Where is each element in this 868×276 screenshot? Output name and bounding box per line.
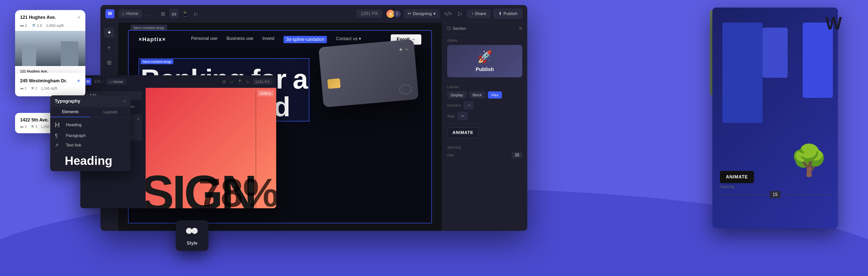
mobile-bed-3: 🛏 3 (20, 125, 27, 129)
gallery-label: Gallery (258, 90, 274, 96)
right-panel-header: ☐ Section ⚙ (442, 23, 527, 35)
desktop-view-button[interactable]: ⊞ (158, 9, 167, 18)
deco-block-1 (722, 23, 763, 123)
sidebar-pointer-tool[interactable]: ✦ (104, 28, 114, 38)
text-link-label: Text link (66, 143, 81, 148)
mobile-plus-icon[interactable]: + (77, 77, 80, 84)
mobile-bed-1: 🛏 2 (20, 23, 27, 28)
mobile-address-1: 121 Hughes Ave. (20, 15, 56, 20)
percent-display: 78% (198, 170, 276, 208)
animate-button[interactable]: ANIMATE (447, 128, 478, 138)
nav-links: Personal use Business use Invest 3d-spli… (191, 36, 361, 43)
second-home-button[interactable]: ⌂ Home (106, 78, 126, 85)
card-bottom (329, 84, 412, 101)
play-button[interactable]: ▷ (457, 9, 464, 19)
rocket-icon: 🚀 (477, 50, 492, 64)
avatar-group: A 2 (386, 9, 401, 18)
layout-section: Layout Display Block Flex Direction → Al… (442, 81, 527, 124)
second-desktop-view[interactable]: ⊞ (221, 78, 227, 85)
tab-elements[interactable]: Elements (50, 107, 90, 117)
mobile-bath-3: 🚿 3 (30, 125, 37, 129)
second-dots: EN ↓ (94, 79, 103, 84)
home-button[interactable]: ⌂ Home (119, 9, 142, 18)
share-button[interactable]: ↑ Share (467, 9, 491, 18)
align-controls: Align ↔ (447, 112, 522, 120)
direction-label: Direction (447, 103, 461, 107)
display-button[interactable]: Display (447, 91, 466, 99)
tab-layouts[interactable]: Layouts (90, 107, 130, 117)
block-button[interactable]: Block (469, 91, 485, 99)
spacing-indicator: Spacing 15 (720, 184, 830, 198)
upload-icon: ⬆ (498, 11, 502, 16)
code-button[interactable]: </> (443, 9, 454, 19)
heading-icon: H (55, 121, 62, 129)
svg-point-1 (186, 228, 192, 234)
styles-label: Styles (447, 38, 522, 42)
deco-spacing-value: 15 (770, 191, 781, 198)
mobile-bath-1: 🚿 1.5 (31, 23, 42, 28)
spacing-value: 15 (512, 152, 522, 158)
typography-tabs: Elements Layouts (50, 107, 130, 117)
direction-arrow-button[interactable]: → (464, 101, 474, 109)
typography-row-link: ↗ Text link (55, 142, 126, 148)
nav-contact[interactable]: Contact us ▾ (336, 36, 361, 43)
right-deco-inner: 🌳 ANIMATE Spacing 15 (712, 7, 838, 228)
credit-card-visual: ✦ + (318, 39, 418, 107)
nav-business-use[interactable]: Business use (226, 36, 253, 43)
mobile-sqft-1: 1,650 sq/ft (46, 23, 64, 28)
svg-text:W: W (825, 15, 842, 31)
svg-point-2 (192, 228, 197, 234)
direction-controls: Direction → (447, 101, 522, 109)
mobile-bath-2: 🚿 2 (30, 86, 37, 90)
styles-section: Styles 🚀 Publish (442, 35, 527, 81)
second-webflow-logo[interactable]: W (84, 78, 91, 85)
checkbox-icon: ☐ (447, 26, 451, 31)
webflow-icon[interactable]: W (105, 9, 115, 18)
paragraph-icon: ¶ (55, 133, 62, 139)
pencil-icon: ✏ (408, 11, 411, 16)
deco-block-3 (763, 28, 788, 78)
second-mobile-view[interactable]: 📱 (237, 78, 244, 85)
second-tablet-view[interactable]: ▭ (229, 78, 235, 85)
designing-mode-button[interactable]: ✏ Designing ▾ (404, 9, 440, 18)
sidebar-pages[interactable]: ⊞ (104, 58, 114, 68)
typography-close-button[interactable]: × (123, 98, 126, 104)
align-label: Align (447, 114, 455, 118)
avatar-count: 2 (394, 10, 401, 17)
style-drop-icon (185, 225, 199, 239)
chevron-down-icon: ▾ (433, 11, 436, 16)
style-popup: Style (176, 220, 208, 251)
deco-animate-button[interactable]: ANIMATE (720, 171, 754, 183)
heading-display: Heading (65, 154, 126, 168)
nav-personal-use[interactable]: Personal use (191, 36, 217, 43)
heading-label: Heading (66, 123, 82, 128)
spacing-row: Gap 15 (447, 152, 522, 158)
tree-decoration: 🌳 (790, 143, 828, 178)
publish-large-button[interactable]: 🚀 Publish (447, 45, 522, 77)
typography-panel-header: Typography × (50, 95, 130, 107)
more-options-icon[interactable]: ... (146, 10, 152, 17)
chevron-right-icon: ▾ (137, 117, 139, 121)
view-controls: ⊞ ▭ 📱 ▷ (158, 9, 200, 18)
spacing-label: Spacing (447, 145, 522, 149)
nav-invest[interactable]: Invest (262, 36, 274, 43)
tablet-view-button[interactable]: ▭ (169, 9, 179, 18)
preview-button[interactable]: ▷ (192, 9, 200, 18)
flex-button[interactable]: Flex (488, 91, 502, 99)
nav-3d-spline[interactable]: 3d-spline-cardation (283, 36, 327, 43)
home-icon: ⌂ (122, 11, 125, 16)
home-icon-2: ⌂ (109, 79, 112, 84)
settings-icon[interactable]: ⚙ (519, 26, 522, 31)
layout-controls: Display Block Flex (447, 91, 522, 99)
mobile-close-icon[interactable]: × (78, 14, 80, 20)
editor-topbar: W ⌂ Home ... ⊞ ▭ 📱 ▷ 1291 PX A 2 ✏ Desig… (100, 5, 527, 23)
align-arrow-button[interactable]: ↔ (458, 112, 468, 120)
publish-button[interactable]: ⬆ Publish (494, 9, 522, 19)
mobile-view-button[interactable]: 📱 (181, 9, 190, 18)
second-preview[interactable]: ▷ (246, 78, 251, 85)
resolution-display: 1291 PX (356, 9, 382, 18)
topbar-right-controls: A 2 ✏ Designing ▾ </> ▷ ↑ Share ⬆ Publis… (386, 9, 522, 19)
sidebar-add-element[interactable]: + (104, 43, 114, 53)
paragraph-label: Paragraph (66, 133, 86, 138)
typography-content: H Heading ¶ Paragraph ↗ Text link Headin… (50, 117, 130, 171)
